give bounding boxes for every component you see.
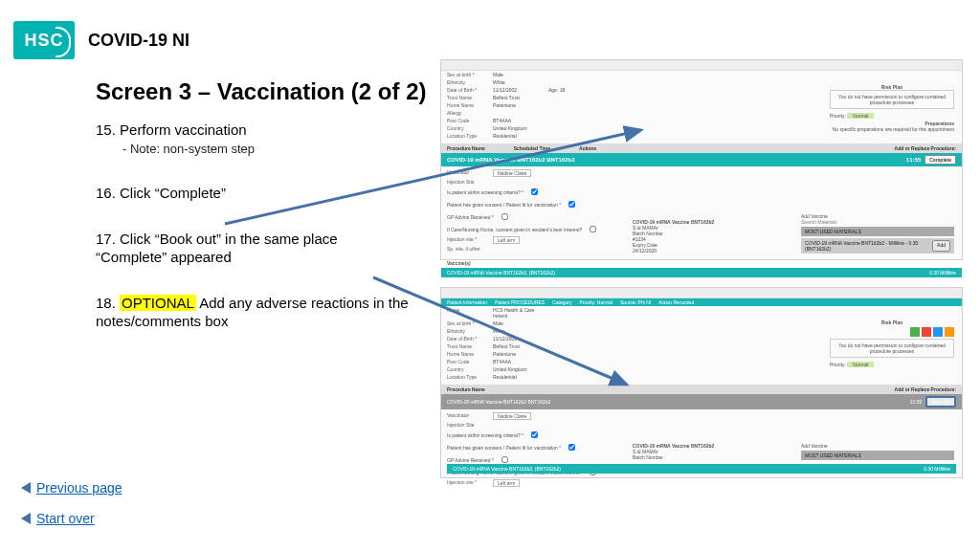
screenshot-vaccination-complete: Sex at birth *Male EthnicityWhite Date o…: [440, 59, 963, 260]
step-15: 15. Perform vaccination - Note: non-syst…: [96, 121, 412, 157]
step-16: 16. Click “Complete”: [96, 184, 412, 203]
screening-checkbox[interactable]: [531, 188, 538, 195]
start-over-link[interactable]: Start over: [21, 511, 122, 526]
step-17: 17. Click “Book out” in the same place “…: [96, 230, 412, 267]
add-material-button[interactable]: Add: [932, 240, 950, 252]
left-arrow-icon: [21, 482, 31, 494]
previous-page-link[interactable]: Previous page: [21, 480, 122, 496]
optional-badge: OPTIONAL: [120, 295, 196, 311]
app-title: COVID-19 NI: [88, 31, 189, 51]
complete-button[interactable]: Complete: [924, 155, 956, 165]
gp-advice-checkbox[interactable]: [501, 213, 508, 220]
instruction-steps: 15. Perform vaccination - Note: non-syst…: [96, 121, 412, 331]
book-out-button[interactable]: Book out: [925, 396, 956, 408]
hsc-logo: HSC: [13, 21, 75, 59]
care-home-checkbox[interactable]: [590, 226, 596, 232]
left-arrow-icon: [21, 513, 31, 524]
screenshot-vaccination-bookout: Patient InformationPatient PROCEDURESCat…: [440, 287, 963, 478]
consent-checkbox[interactable]: [568, 201, 575, 208]
step-18: 18. OPTIONAL Add any adverse reactions i…: [96, 294, 412, 331]
